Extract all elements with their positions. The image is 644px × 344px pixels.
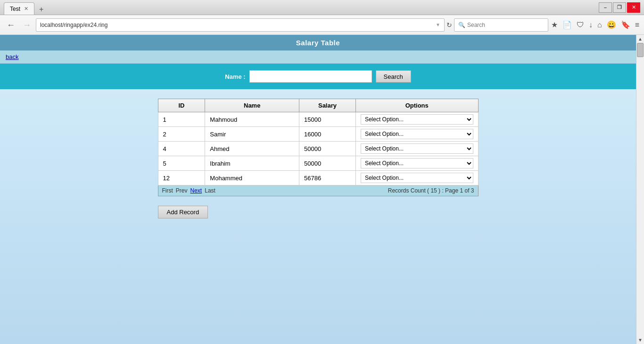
menu-icon[interactable]: ≡ xyxy=(634,20,640,30)
pagination-links: First Prev Next Last xyxy=(162,187,215,194)
nav-bar: ← → localhost/ringapp/ex24.ring ▼ ↻ 🔍 ★ … xyxy=(0,15,644,35)
refresh-button[interactable]: ↻ xyxy=(446,21,452,29)
cell-options: Select Option... xyxy=(355,127,478,142)
pagination-next[interactable]: Next xyxy=(190,187,202,194)
scroll-track[interactable] xyxy=(636,43,644,336)
table-body: 1Mahmoud15000Select Option...2Samir16000… xyxy=(158,112,478,185)
cell-name: Ibrahim xyxy=(205,156,299,171)
cell-options: Select Option... xyxy=(355,142,478,156)
cell-id: 5 xyxy=(158,156,205,171)
home-icon[interactable]: ⌂ xyxy=(596,20,603,30)
search-section: Name : Search xyxy=(0,64,636,89)
cell-id: 12 xyxy=(158,171,205,185)
forward-button[interactable]: → xyxy=(20,20,34,30)
content-area-wrapper: Salary Table back Name : Search ID xyxy=(0,35,644,344)
pagination-info: Records Count ( 15 ) : Page 1 of 3 xyxy=(388,187,474,194)
nav-icons: ★ 📄 🛡 ↓ ⌂ 😀 🔖 ≡ xyxy=(550,19,640,30)
tab-area: Test ✕ + xyxy=(4,0,595,15)
pagination-prev[interactable]: Prev xyxy=(176,187,188,194)
address-bar[interactable]: localhost/ringapp/ex24.ring ▼ xyxy=(36,18,445,32)
shield-icon[interactable]: 🛡 xyxy=(576,20,585,30)
pagination-bar: First Prev Next Last Records Count ( 15 … xyxy=(158,185,479,196)
cell-id: 1 xyxy=(158,112,205,127)
window-controls: − ❐ ✕ xyxy=(599,2,640,13)
cell-salary: 16000 xyxy=(299,127,356,142)
page-content: Salary Table back Name : Search ID xyxy=(0,35,636,344)
title-bar: Test ✕ + − ❐ ✕ xyxy=(0,0,644,15)
scroll-thumb[interactable] xyxy=(637,43,644,57)
main-content: ID Name Salary Options 1Mahmoud15000Sele… xyxy=(0,89,636,344)
options-select[interactable]: Select Option... xyxy=(361,129,473,139)
address-text: localhost/ringapp/ex24.ring xyxy=(40,22,434,28)
cell-name: Mohammed xyxy=(205,171,299,185)
new-tab-button[interactable]: + xyxy=(36,4,46,15)
salary-table: ID Name Salary Options 1Mahmoud15000Sele… xyxy=(158,99,479,185)
back-link-bar: back xyxy=(0,50,636,64)
name-input[interactable] xyxy=(249,70,372,83)
cell-name: Samir xyxy=(205,127,299,142)
data-table-wrap: ID Name Salary Options 1Mahmoud15000Sele… xyxy=(158,99,479,196)
name-label: Name : xyxy=(225,73,245,80)
options-select[interactable]: Select Option... xyxy=(361,143,473,154)
cell-id: 4 xyxy=(158,142,205,156)
cell-salary: 15000 xyxy=(299,112,356,127)
table-row: 1Mahmoud15000Select Option... xyxy=(158,112,478,127)
browser-search-input[interactable] xyxy=(467,22,544,28)
maximize-button[interactable]: ❐ xyxy=(613,2,626,13)
add-record-button[interactable]: Add Record xyxy=(158,206,208,218)
table-header: ID Name Salary Options xyxy=(158,99,478,112)
download-icon[interactable]: ↓ xyxy=(588,20,594,30)
browser-tab[interactable]: Test ✕ xyxy=(4,2,34,15)
pagination-last[interactable]: Last xyxy=(205,187,215,194)
search-icon: 🔍 xyxy=(458,22,465,28)
tab-title: Test xyxy=(10,6,20,12)
pagination-first[interactable]: First xyxy=(162,187,173,194)
page-header-banner: Salary Table xyxy=(0,35,636,50)
options-select[interactable]: Select Option... xyxy=(361,158,473,168)
back-link[interactable]: back xyxy=(6,53,18,60)
close-button[interactable]: ✕ xyxy=(627,2,640,13)
scroll-down-icon[interactable]: ▼ xyxy=(636,336,644,344)
table-row: 4Ahmed50000Select Option... xyxy=(158,142,478,156)
tab-close-icon[interactable]: ✕ xyxy=(24,6,28,12)
scroll-up-icon[interactable]: ▲ xyxy=(636,35,644,43)
collections-icon[interactable]: 🔖 xyxy=(620,19,631,30)
add-record-wrap: Add Record xyxy=(158,206,479,218)
cell-options: Select Option... xyxy=(355,112,478,127)
col-header-options: Options xyxy=(355,99,478,112)
browser-search-bar[interactable]: 🔍 xyxy=(454,18,548,32)
back-button[interactable]: ← xyxy=(4,20,18,30)
page-title: Salary Table xyxy=(296,39,340,47)
bookmark-star-icon[interactable]: ★ xyxy=(550,19,559,30)
cell-options: Select Option... xyxy=(355,156,478,171)
cell-name: Mahmoud xyxy=(205,112,299,127)
reader-icon[interactable]: 📄 xyxy=(561,19,573,30)
cell-salary: 50000 xyxy=(299,142,356,156)
profile-icon[interactable]: 😀 xyxy=(606,19,617,30)
col-header-id: ID xyxy=(158,99,205,112)
cell-options: Select Option... xyxy=(355,171,478,185)
options-select[interactable]: Select Option... xyxy=(361,173,473,183)
search-button[interactable]: Search xyxy=(376,70,411,83)
cell-name: Ahmed xyxy=(205,142,299,156)
scrollbar-right[interactable]: ▲ ▼ xyxy=(636,35,644,344)
table-row: 2Samir16000Select Option... xyxy=(158,127,478,142)
table-row: 5Ibrahim50000Select Option... xyxy=(158,156,478,171)
col-header-name: Name xyxy=(205,99,299,112)
minimize-button[interactable]: − xyxy=(599,2,612,13)
cell-salary: 56786 xyxy=(299,171,356,185)
cell-salary: 50000 xyxy=(299,156,356,171)
col-header-salary: Salary xyxy=(299,99,356,112)
options-select[interactable]: Select Option... xyxy=(361,114,473,125)
cell-id: 2 xyxy=(158,127,205,142)
dropdown-arrow-icon[interactable]: ▼ xyxy=(436,22,440,27)
table-row: 12Mohammed56786Select Option... xyxy=(158,171,478,185)
browser-window: Test ✕ + − ❐ ✕ ← → localhost/ringapp/ex2… xyxy=(0,0,644,344)
